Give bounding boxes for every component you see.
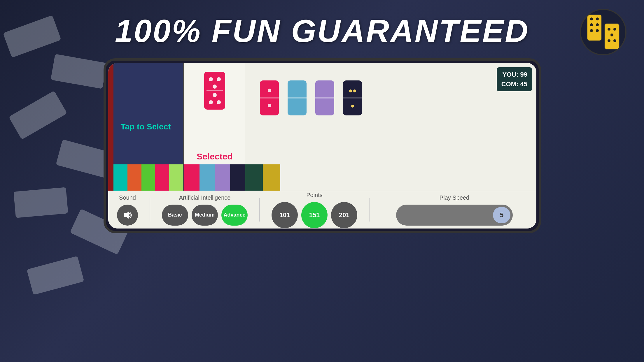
red-bar	[108, 63, 113, 191]
swatch-mid-dark[interactable]	[230, 164, 246, 191]
score-badge: YOU: 99 COM: 45	[497, 67, 532, 91]
ai-medium-button[interactable]: Medium	[192, 205, 218, 226]
right-panel: YOU: 99 COM: 45	[245, 63, 536, 191]
game-area: Tap to Select	[108, 63, 536, 191]
pink-divider	[260, 98, 279, 99]
phone-frame: Tap to Select	[104, 58, 541, 233]
speed-value: 5	[500, 211, 503, 219]
pink-dot-bottom	[268, 104, 271, 107]
points-label: Points	[306, 192, 323, 198]
dark-divider	[343, 98, 362, 99]
swatch-mid-purple[interactable]	[215, 164, 230, 191]
dot2	[217, 77, 221, 81]
speed-control: 5	[393, 205, 516, 226]
sound-button[interactable]	[117, 205, 138, 226]
dot5	[209, 100, 213, 104]
points-151-button[interactable]: 151	[301, 202, 328, 228]
ai-basic-button[interactable]: Basic	[162, 205, 188, 226]
com-value: 45	[520, 80, 527, 88]
color-swatches-right	[245, 164, 280, 191]
points-buttons: 101 151 201	[272, 202, 357, 228]
selected-domino	[204, 72, 225, 110]
dot3	[213, 85, 217, 89]
swatch-mid-pink[interactable]	[184, 164, 200, 191]
ai-label: Artificial Intelligence	[179, 194, 231, 201]
sound-label: Sound	[119, 194, 136, 201]
selected-label: Selected	[197, 152, 232, 161]
swatch-right-gold[interactable]	[263, 164, 280, 191]
ai-buttons: Basic Medium Advance	[162, 205, 248, 226]
speed-track[interactable]: 5	[396, 205, 513, 226]
domino-bottom-half	[206, 91, 223, 106]
dark-dot-top-r	[353, 89, 356, 92]
controls-bar: Sound Artificial Intelligence Basic	[108, 191, 536, 229]
phone-screen: Tap to Select	[108, 63, 536, 229]
speed-thumb[interactable]: 5	[493, 207, 510, 223]
dot4	[213, 93, 217, 97]
domino-blue[interactable]	[288, 80, 307, 115]
ai-advance-button[interactable]: Advance	[221, 205, 248, 226]
domino-top-half	[206, 75, 223, 90]
pink-dot-top	[268, 89, 271, 92]
swatch-cyan[interactable]	[113, 164, 127, 191]
blue-divider	[288, 98, 307, 99]
you-value: 99	[520, 71, 527, 78]
ai-section: Artificial Intelligence Basic Medium Adv…	[162, 194, 248, 226]
points-201-button[interactable]: 201	[331, 202, 357, 228]
you-score: YOU: 99	[501, 70, 527, 79]
tap-to-select-text: Tap to Select	[120, 122, 171, 132]
dark-dot-top-l	[349, 89, 352, 92]
speed-section: Play Speed 5	[381, 194, 528, 226]
swatch-green[interactable]	[141, 164, 155, 191]
dot6	[217, 100, 221, 104]
purple-divider	[315, 98, 334, 99]
sound-icon	[122, 210, 133, 220]
color-swatches-left	[113, 164, 183, 191]
swatch-mid-blue[interactable]	[200, 164, 215, 191]
swatch-lightgreen[interactable]	[169, 164, 183, 191]
left-panel[interactable]: Tap to Select	[108, 63, 184, 191]
divider-2	[259, 198, 260, 222]
svg-marker-13	[124, 212, 129, 219]
com-label: COM:	[501, 80, 519, 88]
swatch-pink[interactable]	[155, 164, 169, 191]
color-swatches-mid	[184, 164, 245, 191]
speed-label: Play Speed	[440, 194, 469, 201]
header-title: 100% FUN GUARANTEED	[115, 12, 529, 49]
com-score: COM: 45	[501, 79, 527, 89]
middle-panel: Selected	[184, 63, 245, 191]
domino-dark[interactable]	[343, 80, 362, 115]
swatch-right-green[interactable]	[245, 164, 263, 191]
sound-section: Sound	[117, 194, 138, 226]
header: 100% FUN GUARANTEED	[0, 0, 644, 61]
divider-3	[369, 198, 370, 222]
divider-1	[150, 198, 150, 222]
points-101-button[interactable]: 101	[272, 202, 298, 228]
dot1	[209, 77, 213, 81]
domino-pieces-row	[254, 63, 536, 121]
domino-purple[interactable]	[315, 80, 334, 115]
you-label: YOU:	[502, 71, 518, 78]
dark-dot-bottom	[351, 105, 354, 108]
points-section: Points 101 151 201	[272, 192, 357, 228]
domino-pink[interactable]	[260, 80, 279, 115]
swatch-orange[interactable]	[127, 164, 141, 191]
